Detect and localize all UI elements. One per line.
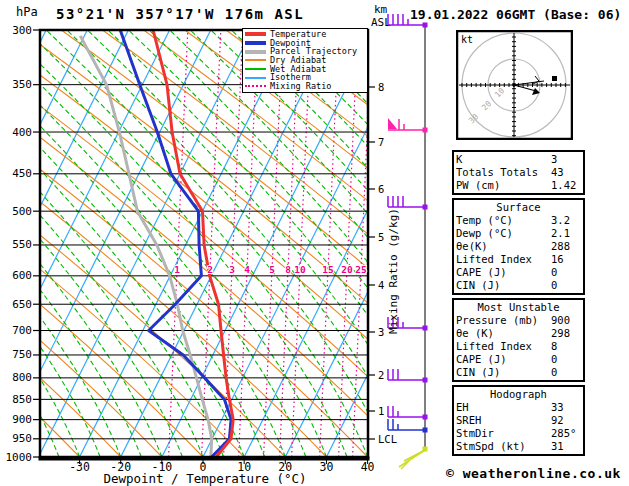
legend-swatch — [245, 59, 266, 61]
sounding-curves — [80, 30, 233, 457]
stat-value: 3.2 — [551, 214, 581, 227]
svg-text:4: 4 — [378, 279, 384, 291]
stat-value: 288 — [551, 240, 581, 253]
legend-swatch — [245, 85, 266, 87]
svg-text:25: 25 — [355, 264, 367, 275]
stat-label: EH — [456, 401, 551, 414]
stat-row: CIN (J)0 — [456, 279, 581, 292]
stats-table-surface: SurfaceTemp (°C)3.2Dewp (°C)2.1θe(K)288L… — [452, 198, 585, 295]
hodograph-unit-label: kt — [461, 34, 473, 45]
legend-swatch — [245, 68, 266, 70]
svg-text:700: 700 — [12, 324, 32, 337]
stat-row: CAPE (J)0 — [456, 266, 581, 279]
stat-row: θe (K)298 — [456, 327, 581, 340]
stat-value: 298 — [551, 327, 581, 340]
stat-label: θe(K) — [456, 240, 551, 253]
legend-label: Mixing Ratio — [270, 82, 331, 91]
svg-text:550: 550 — [12, 238, 32, 251]
stat-row: K3 — [456, 153, 581, 166]
stat-row: θe(K)288 — [456, 240, 581, 253]
stat-label: Lifted Index — [456, 253, 551, 266]
svg-text:6: 6 — [378, 183, 384, 195]
stat-row: EH33 — [456, 401, 581, 414]
svg-text:900: 900 — [12, 413, 32, 426]
svg-text:1: 1 — [174, 264, 180, 275]
legend-swatch — [245, 41, 266, 45]
svg-text:2: 2 — [378, 369, 384, 381]
mixing-ratio-axis-label: Mixing Ratio (g/kg) — [387, 196, 403, 346]
wind-barb — [388, 406, 428, 420]
stat-value: 3 — [551, 153, 581, 166]
stat-label: StmSpd (kt) — [456, 440, 551, 453]
stat-label: Temp (°C) — [456, 214, 551, 227]
svg-text:4: 4 — [244, 264, 250, 275]
legend-item-mixing-ratio: Mixing Ratio — [245, 82, 365, 91]
stats-table-most-unstable: Most UnstablePressure (mb)900θe (K)298Li… — [452, 298, 585, 382]
legend-swatch — [245, 32, 266, 36]
stat-label: Totals Totals — [456, 166, 551, 179]
stats-table-header: Most Unstable — [456, 301, 581, 314]
stat-value: 31 — [551, 440, 581, 453]
svg-text:300: 300 — [12, 24, 32, 37]
svg-text:350: 350 — [12, 78, 32, 91]
stat-label: CIN (J) — [456, 366, 551, 379]
wind-barb — [388, 118, 428, 133]
stat-value: 2.1 — [551, 227, 581, 240]
stat-value: 900 — [551, 314, 581, 327]
stat-row: PW (cm)1.42 — [456, 179, 581, 192]
svg-text:1: 1 — [378, 405, 384, 417]
svg-text:-30: -30 — [69, 460, 90, 474]
wind-barb — [388, 419, 428, 433]
stat-value: 16 — [551, 253, 581, 266]
stat-row: Totals Totals43 — [456, 166, 581, 179]
stat-label: SREH — [456, 414, 551, 427]
legend-swatch — [245, 50, 266, 54]
stats-tables: K3Totals Totals43PW (cm)1.42SurfaceTemp … — [452, 150, 585, 459]
stat-value: 8 — [551, 340, 581, 353]
svg-text:20: 20 — [341, 264, 353, 275]
stat-value: 0 — [551, 353, 581, 366]
stat-row: StmSpd (kt)31 — [456, 440, 581, 453]
x-axis-label: Dewpoint / Temperature (°C) — [94, 471, 316, 486]
svg-text:40: 40 — [361, 460, 375, 474]
stat-value: 33 — [551, 401, 581, 414]
svg-text:8: 8 — [285, 264, 291, 275]
svg-text:600: 600 — [12, 269, 32, 282]
stat-label: K — [456, 153, 551, 166]
svg-text:LCL: LCL — [378, 433, 397, 445]
hodograph: kt102030 — [456, 30, 573, 140]
svg-text:850: 850 — [12, 393, 32, 406]
svg-text:2: 2 — [207, 264, 213, 275]
stat-row: Dewp (°C)2.1 — [456, 227, 581, 240]
svg-text:30: 30 — [320, 460, 334, 474]
svg-text:400: 400 — [12, 126, 32, 139]
stat-row: Lifted Index8 — [456, 340, 581, 353]
stat-label: CAPE (J) — [456, 353, 551, 366]
stat-row: StmDir285° — [456, 427, 581, 440]
stat-row: Lifted Index16 — [456, 253, 581, 266]
stat-value: 1.42 — [551, 179, 581, 192]
stat-value: 92 — [551, 414, 581, 427]
stat-value: 0 — [551, 366, 581, 379]
stat-value: 0 — [551, 266, 581, 279]
svg-text:450: 450 — [12, 167, 32, 180]
legend-swatch — [245, 77, 266, 79]
stat-value: 285° — [551, 427, 581, 440]
stat-label: CAPE (J) — [456, 266, 551, 279]
svg-text:800: 800 — [12, 371, 32, 384]
stat-value: 43 — [551, 166, 581, 179]
wind-barb — [399, 447, 428, 470]
svg-text:8: 8 — [378, 81, 384, 93]
stat-value: 0 — [551, 279, 581, 292]
stat-row: CAPE (J)0 — [456, 353, 581, 366]
stat-row: CIN (J)0 — [456, 366, 581, 379]
svg-text:3: 3 — [229, 264, 235, 275]
svg-text:10: 10 — [294, 264, 306, 275]
wind-barb — [388, 369, 428, 383]
wind-barb — [388, 14, 428, 28]
stat-row: SREH92 — [456, 414, 581, 427]
stat-label: CIN (J) — [456, 279, 551, 292]
hodograph-marker — [552, 76, 557, 81]
pressure-axis: 3003504004505005506006507007508008509009… — [6, 24, 41, 464]
svg-text:1000: 1000 — [6, 451, 33, 464]
